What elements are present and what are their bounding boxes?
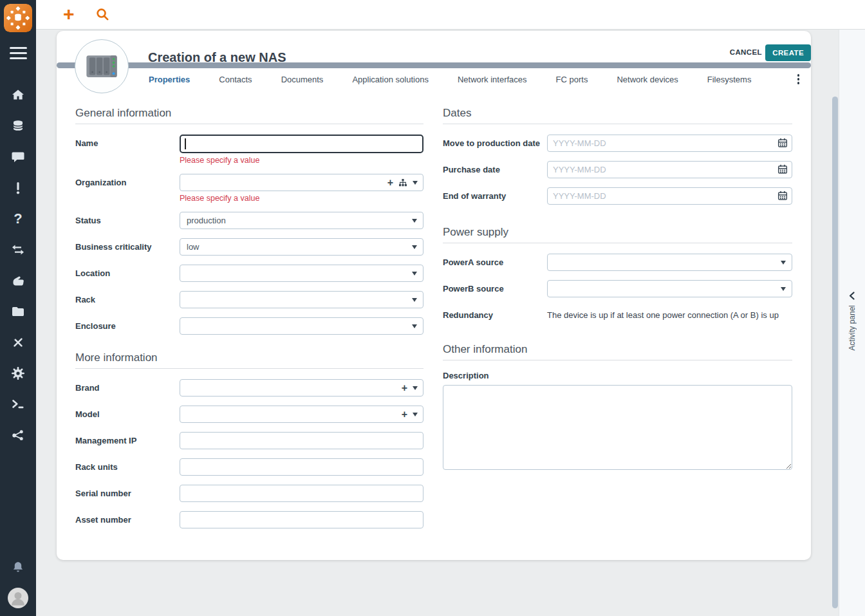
top-toolbar: +	[36, 0, 865, 30]
section-title-power: Power supply	[443, 226, 792, 243]
chat-icon[interactable]	[10, 149, 26, 165]
field-redundancy: Redundancy The device is up if at least …	[443, 306, 792, 320]
field-end-of-warranty: End of warranty	[443, 187, 792, 205]
section-title-more: More information	[75, 351, 423, 369]
dropdown-icon[interactable]	[413, 181, 418, 185]
settings-icon[interactable]	[10, 366, 26, 381]
changes-icon[interactable]	[10, 242, 26, 257]
org-tree-icon[interactable]	[398, 178, 407, 187]
user-avatar[interactable]	[8, 588, 28, 608]
dropdown-icon	[412, 245, 417, 249]
create-button[interactable]: CREATE	[765, 44, 811, 61]
calendar-icon[interactable]	[777, 138, 788, 148]
tab-network-interfaces[interactable]: Network interfaces	[458, 75, 527, 84]
add-brand-icon[interactable]: +	[402, 383, 407, 393]
field-name: Name Please specify a value	[75, 135, 423, 165]
move-to-production-input[interactable]	[547, 135, 792, 152]
share-icon[interactable]	[10, 427, 26, 443]
rack-units-input[interactable]	[180, 458, 423, 476]
tab-application-solutions[interactable]: Application solutions	[352, 75, 429, 84]
services-icon[interactable]	[10, 273, 26, 288]
sidebar-bottom	[8, 559, 28, 608]
field-move-to-production-label: Move to production date	[443, 135, 547, 152]
end-of-warranty-input[interactable]	[547, 187, 792, 205]
description-textarea[interactable]	[443, 385, 792, 470]
field-powerb-source: PowerB source	[443, 280, 792, 297]
powerb-source-select[interactable]	[547, 280, 792, 297]
tab-contacts[interactable]: Contacts	[219, 75, 252, 84]
enclosure-select[interactable]	[180, 317, 423, 335]
header-divider-bar	[57, 62, 811, 68]
field-move-to-production: Move to production date	[443, 135, 792, 152]
form-column-left: General information Name Please specify …	[75, 107, 423, 537]
model-input[interactable]	[180, 406, 423, 423]
collapse-icon[interactable]	[848, 292, 855, 300]
text-cursor	[185, 138, 186, 149]
configuration-icon[interactable]	[10, 304, 26, 319]
field-status-label: Status	[75, 212, 180, 229]
data-icon[interactable]	[10, 118, 26, 134]
field-powerb-source-label: PowerB source	[443, 280, 547, 297]
tools-icon[interactable]	[10, 335, 26, 350]
field-rack-label: Rack	[75, 291, 180, 308]
dropdown-icon[interactable]	[413, 413, 418, 416]
dropdown-icon	[412, 298, 417, 302]
field-description: Description	[443, 371, 792, 470]
dropdown-icon	[412, 324, 417, 328]
dropdown-icon	[412, 219, 417, 223]
add-model-icon[interactable]: +	[402, 409, 407, 420]
brand-input[interactable]	[180, 379, 423, 397]
field-powera-source: PowerA source	[443, 254, 792, 271]
menu-icon[interactable]	[10, 47, 27, 59]
tab-fc-ports[interactable]: FC ports	[556, 75, 588, 84]
search-icon[interactable]	[95, 7, 110, 22]
location-select[interactable]	[180, 265, 423, 282]
field-model: Model +	[75, 406, 423, 423]
field-description-label: Description	[443, 371, 792, 380]
rack-select[interactable]	[180, 291, 423, 308]
tab-properties[interactable]: Properties	[149, 75, 190, 84]
calendar-icon[interactable]	[777, 164, 788, 174]
management-ip-input[interactable]	[180, 432, 423, 449]
more-icon[interactable]	[794, 72, 804, 86]
purchase-date-input[interactable]	[547, 161, 792, 178]
field-serial-number-label: Serial number	[75, 485, 180, 502]
dropdown-icon[interactable]	[413, 386, 418, 390]
incident-icon[interactable]	[10, 180, 26, 196]
field-management-ip: Management IP	[75, 432, 423, 449]
tab-network-devices[interactable]: Network devices	[617, 75, 678, 84]
calendar-icon[interactable]	[777, 191, 788, 201]
field-purchase-date-label: Purchase date	[443, 161, 547, 178]
field-name-error: Please specify a value	[180, 156, 423, 165]
status-select[interactable]: production	[180, 212, 423, 229]
add-organization-icon[interactable]: +	[387, 178, 393, 188]
home-icon[interactable]	[10, 88, 26, 103]
powera-source-select[interactable]	[547, 254, 792, 271]
serial-number-input[interactable]	[180, 485, 423, 502]
tab-documents[interactable]: Documents	[281, 75, 324, 84]
name-input[interactable]	[180, 135, 423, 153]
field-organization: Organization + Please specify a value	[75, 174, 423, 203]
help-icon[interactable]: ?	[10, 211, 26, 227]
field-status: Status production	[75, 212, 423, 229]
field-asset-number: Asset number	[75, 511, 423, 528]
field-rack: Rack	[75, 291, 423, 308]
field-powera-source-label: PowerA source	[443, 254, 547, 271]
cancel-button[interactable]: CANCEL	[726, 48, 766, 57]
asset-number-input[interactable]	[180, 511, 423, 528]
app-logo-icon[interactable]	[4, 4, 32, 32]
activity-panel-label[interactable]: Activity panel	[848, 305, 857, 351]
field-name-label: Name	[75, 135, 180, 165]
notifications-icon[interactable]	[10, 559, 26, 575]
vertical-scrollbar[interactable]	[832, 97, 838, 608]
add-icon[interactable]: +	[63, 1, 75, 27]
section-title-general: General information	[75, 107, 423, 124]
tab-filesystems[interactable]: Filesystems	[707, 75, 752, 84]
console-icon[interactable]	[10, 397, 26, 412]
section-title-dates: Dates	[443, 107, 792, 124]
field-rack-units: Rack units	[75, 458, 423, 476]
tab-bar: Properties Contacts Documents Applicatio…	[149, 68, 803, 90]
dropdown-icon	[781, 287, 786, 291]
field-redundancy-label: Redundancy	[443, 306, 547, 320]
criticality-select[interactable]: low	[180, 238, 423, 256]
